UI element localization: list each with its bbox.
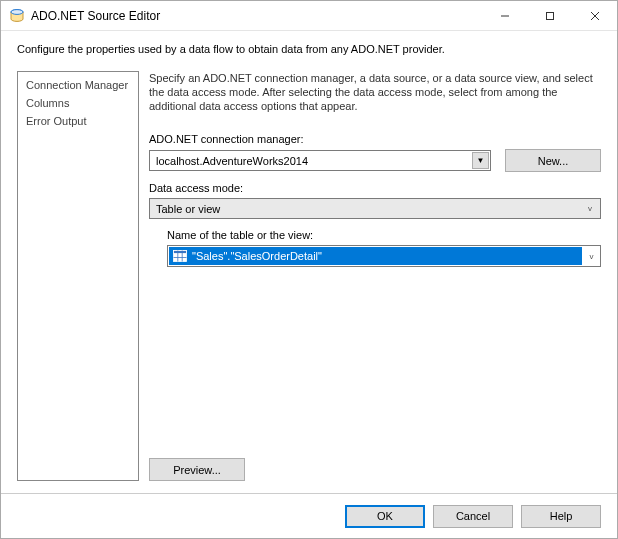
chevron-down-icon[interactable]: v [582, 199, 598, 218]
data-access-mode-combo[interactable]: Table or view v [149, 198, 601, 219]
table-name-combo[interactable]: "Sales"."SalesOrderDetail" v [167, 245, 601, 267]
panel-description: Specify an ADO.NET connection manager, a… [149, 71, 601, 113]
window-title: ADO.NET Source Editor [31, 9, 482, 23]
cancel-button[interactable]: Cancel [433, 505, 513, 528]
title-bar: ADO.NET Source Editor [1, 1, 617, 31]
close-button[interactable] [572, 1, 617, 30]
main-panel: Specify an ADO.NET connection manager, a… [149, 71, 601, 481]
connection-manager-label: ADO.NET connection manager: [149, 133, 601, 145]
chevron-down-icon[interactable]: ▼ [472, 152, 489, 169]
connection-manager-combo[interactable]: localhost.AdventureWorks2014 ▼ [149, 150, 491, 171]
dialog-footer: OK Cancel Help [1, 493, 617, 538]
svg-rect-3 [546, 12, 553, 19]
help-button[interactable]: Help [521, 505, 601, 528]
preview-button[interactable]: Preview... [149, 458, 245, 481]
chevron-down-icon[interactable]: v [583, 246, 600, 266]
svg-point-1 [11, 9, 23, 14]
connection-manager-value: localhost.AdventureWorks2014 [156, 155, 308, 167]
data-access-mode-value: Table or view [156, 203, 220, 215]
sidebar-item-columns[interactable]: Columns [18, 94, 138, 112]
dialog-description: Configure the properties used by a data … [1, 31, 617, 63]
sidebar-item-error-output[interactable]: Error Output [18, 112, 138, 130]
table-name-label: Name of the table or the view: [167, 229, 601, 241]
table-icon [173, 249, 187, 263]
data-access-mode-label: Data access mode: [149, 182, 601, 194]
svg-rect-7 [174, 251, 187, 254]
ok-button[interactable]: OK [345, 505, 425, 528]
maximize-button[interactable] [527, 1, 572, 30]
page-sidebar: Connection Manager Columns Error Output [17, 71, 139, 481]
minimize-button[interactable] [482, 1, 527, 30]
table-name-value: "Sales"."SalesOrderDetail" [192, 250, 322, 262]
new-button[interactable]: New... [505, 149, 601, 172]
app-icon [9, 8, 25, 24]
sidebar-item-connection-manager[interactable]: Connection Manager [18, 76, 138, 94]
